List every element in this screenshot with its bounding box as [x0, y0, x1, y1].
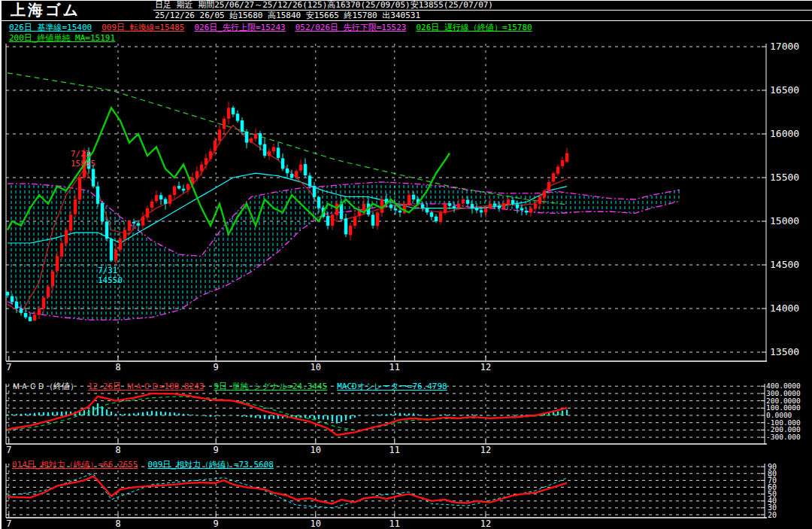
month-axis-label: 8 [115, 362, 120, 372]
chart-annotation-value: 14550 [98, 275, 123, 285]
month-axis-label: 12 [480, 518, 491, 529]
main-price-panel: 1700016500160001550015000145001400013500… [6, 41, 799, 372]
legend-senkou-upper[interactable]: 026日_先行上限=15243 [194, 23, 285, 32]
rsi9-label[interactable]: 009日_相対力（終値）=73.5608 [147, 460, 273, 470]
macd-axis-label: -300.000 [766, 433, 801, 441]
month-axis-label: 9 [214, 362, 219, 372]
indicator-legend-row2: 200日_終値単純 MA=15191 [9, 32, 125, 44]
rsi-axis-label: 20 [768, 511, 777, 519]
month-axis-label: 10 [311, 518, 321, 529]
month-axis-label: 7 [6, 518, 11, 529]
rsi14-line [8, 476, 567, 503]
chart-annotation-date: 7/23 [71, 149, 91, 159]
month-axis-label: 10 [311, 362, 321, 372]
chart-info-line1: 日足 期近 期間25/06/27～25/12/26(125)高16370(25/… [155, 1, 493, 11]
price-axis-label: 16500 [770, 84, 799, 96]
price-axis-label: 14500 [770, 259, 799, 270]
month-axis-label: 11 [389, 362, 400, 372]
chart-annotation-value: 15885 [71, 159, 95, 169]
macd-line-label[interactable]: 12-26日 ＭＡＣＤ=100.8243 [88, 382, 204, 391]
left-border [0, 0, 2, 529]
macd-oscillator-label[interactable]: MACDオシレーター=76.4798 [337, 382, 447, 391]
rsi9-line [8, 473, 567, 508]
price-chart-area[interactable]: 1700016500160001550015000145001400013500… [0, 0, 812, 529]
month-axis-label: 12 [480, 445, 491, 455]
month-axis-label: 10 [311, 445, 321, 455]
price-axis-label: 15000 [770, 215, 799, 226]
price-axis-label: 17000 [770, 41, 799, 52]
month-axis-label: 7 [6, 362, 11, 372]
ma200-line [8, 73, 567, 205]
chart-window: 1700016500160001550015000145001400013500… [0, 0, 812, 529]
chart-info-line2: 25/12/26 26/05 始15680 高15840 安15665 終157… [155, 11, 420, 21]
macd-title: ＭＡＣＤ（終値） [12, 382, 78, 391]
price-axis-label: 16000 [770, 128, 799, 139]
price-axis-label: 14000 [770, 303, 799, 314]
legend-senkou-lower[interactable]: 052/026日 先行下限=15523 [295, 23, 407, 32]
rsi-legend: 014日_相対力（終値）=66.2655009日_相対力（終値）=73.5608 [12, 459, 283, 470]
macd-panel: 400.0000300.0000200.0000100.00000.0000-1… [6, 382, 801, 455]
month-axis-label: 11 [389, 518, 400, 529]
month-axis-label: 9 [214, 518, 219, 529]
indicator-legend-row1: 026日 基準線=15400009日 転換線=15485026日_先行上限=15… [9, 22, 542, 33]
chart-annotation-date: 7/31 [98, 266, 118, 275]
instrument-title: 上海ゴム [11, 2, 80, 19]
month-axis-label: 9 [214, 445, 219, 455]
month-axis-label: 12 [480, 362, 491, 372]
macd-signal-label[interactable]: 9日 単純 シグナル=24.3445 [214, 382, 327, 391]
rsi-panel: 9080706050403020789101112 [6, 463, 777, 529]
legend-ma200[interactable]: 200日_終値単純 MA=15191 [9, 33, 115, 43]
month-axis-label: 8 [115, 445, 120, 455]
legend-kijun[interactable]: 026日 基準線=15400 [9, 23, 92, 32]
rsi14-label[interactable]: 014日_相対力（終値）=66.2655 [12, 460, 138, 470]
legend-tenkan[interactable]: 009日 転換線=15485 [102, 23, 184, 32]
legend-chikou[interactable]: 026日 遅行線（終値）=15780 [416, 23, 532, 32]
price-axis-label: 15500 [770, 172, 799, 183]
month-axis-label: 7 [6, 445, 11, 455]
price-axis-label: 13500 [770, 346, 799, 357]
month-axis-label: 11 [389, 445, 400, 455]
signal-line [8, 397, 567, 431]
macd-legend: ＭＡＣＤ（終値）12-26日 ＭＡＣＤ=100.82439日 単純 シグナル=2… [12, 381, 457, 392]
macd-histogram [8, 403, 567, 424]
month-axis-label: 8 [115, 518, 120, 529]
